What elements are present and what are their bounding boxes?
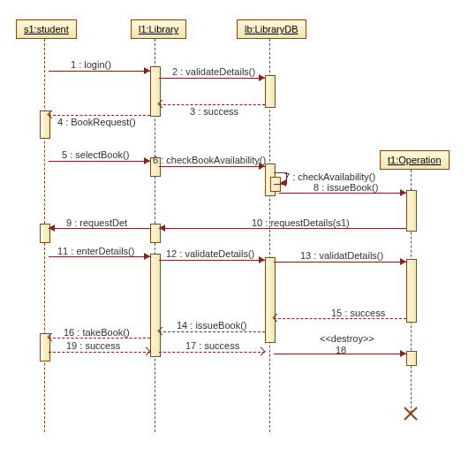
msg-m13: 13 : validatDetails() (300, 250, 383, 261)
ah-m11 (144, 253, 150, 260)
arrow-m4 (49, 115, 150, 116)
arrow-m10 (159, 228, 406, 229)
msg-destroy: <<destroy>> (320, 333, 374, 344)
msg-m12: 12 : validateDetails() (166, 248, 254, 259)
ah-m19 (142, 347, 151, 356)
msg-m5: 5 : selectBook() (62, 149, 129, 160)
activation-library-4 (150, 254, 161, 357)
lifeline-head-library: l1:Library (131, 19, 186, 39)
msg-m3: 3 : success (190, 106, 238, 117)
arrow-m2 (159, 78, 265, 79)
msg-m15: 15 : success (331, 308, 385, 318)
arrow-m8 (279, 193, 406, 194)
msg-m14: 14 : issueBook() (177, 320, 246, 331)
arrow-m9 (49, 228, 150, 229)
activation-librarydb-1 (265, 75, 276, 108)
lifeline-head-operation: t1:Operation (380, 150, 450, 170)
msg-m7: 7 : checkAvailability() (284, 171, 375, 182)
ah-m9 (49, 224, 55, 232)
arrow-m11 (49, 256, 150, 257)
ah-m18 (400, 350, 406, 357)
msg-m19: 19 : success (66, 340, 120, 351)
destroy-icon (404, 407, 418, 421)
arrow-m19 (49, 352, 150, 353)
msg-m1: 1 : login() (71, 59, 111, 70)
ah-m1 (144, 67, 150, 74)
sequence-diagram: s1:student l1:Library lb:LibraryDB t1:Op… (0, 0, 476, 449)
activation-operation-2 (406, 259, 417, 323)
ah-m10 (159, 224, 165, 232)
arrow-m6 (159, 166, 265, 167)
activation-operation-3 (406, 351, 417, 366)
lifeline-head-student: s1:student (16, 19, 77, 39)
msg-m18: 18 (336, 345, 346, 355)
ah-m5 (144, 157, 150, 164)
msg-m9: 9 : requestDet (66, 217, 127, 228)
msg-m11: 11 : enterDetails() (57, 246, 134, 256)
arrow-m5 (49, 161, 150, 162)
activation-librarydb-3 (265, 257, 276, 343)
lifeline-head-librarydb: lb:LibraryDB (237, 19, 306, 39)
arrow-m15 (274, 318, 406, 319)
msg-m6: 6 : checkBookAvailability() (153, 155, 266, 165)
activation-operation-1 (406, 190, 417, 232)
ah-m8 (400, 189, 406, 196)
arrow-m16 (49, 338, 150, 339)
ah-m17 (257, 347, 266, 356)
arrow-m17 (159, 352, 265, 353)
arrow-m13 (274, 262, 406, 263)
msg-m4: 4 : BookRequest() (57, 117, 136, 127)
msg-m16: 16 : takeBook() (64, 327, 130, 338)
arrow-m1 (49, 71, 150, 72)
arrow-m12 (159, 260, 265, 261)
activation-library-1 (150, 66, 161, 117)
msg-m8: 8 : issueBook() (314, 182, 378, 193)
msg-m10: 10 : requestDetails(s1) (252, 217, 350, 228)
ah-m13 (400, 258, 406, 265)
arrow-m14 (159, 331, 265, 332)
msg-m2: 2 : validateDetails() (172, 66, 255, 77)
arrow-m3 (159, 104, 265, 105)
ah-m2 (259, 74, 265, 81)
ah-m12 (259, 256, 265, 263)
msg-m17: 17 : success (185, 340, 239, 351)
